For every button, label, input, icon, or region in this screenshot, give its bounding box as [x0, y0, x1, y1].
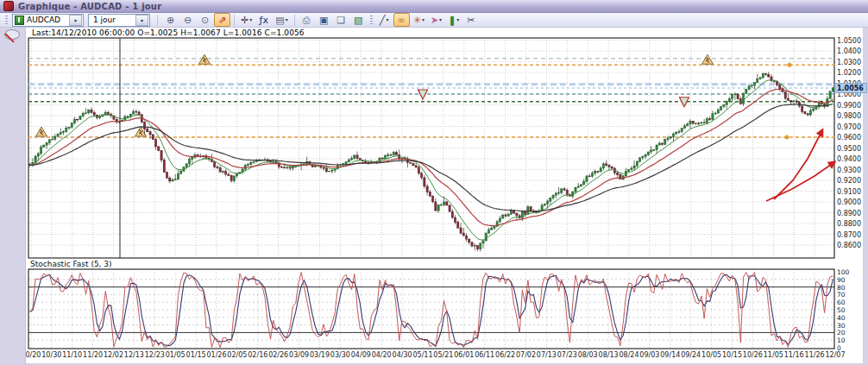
symbol-combo[interactable]: AUDCAD ▾: [12, 14, 84, 27]
link-charts-icon: ∞: [398, 16, 406, 25]
price-pointer-icon: ⇗: [218, 16, 226, 25]
svg-text:1.0400: 1.0400: [837, 47, 861, 55]
drawing-shapes-dropdown-icon[interactable]: ▾: [422, 17, 425, 22]
svg-text:08/03: 08/03: [578, 351, 598, 359]
chart-canvas[interactable]: 10/1110/2010/3011/1011/2012/0212/1312/23…: [0, 0, 868, 365]
svg-text:11/20: 11/20: [83, 351, 103, 359]
svg-text:Stochastic Fast (5, 3): Stochastic Fast (5, 3): [30, 260, 112, 268]
export-document-icon: ❏: [337, 16, 345, 25]
trendline-icon: ╱: [380, 16, 386, 25]
svg-text:1.0200: 1.0200: [837, 69, 861, 77]
crosshair-dropdown-icon[interactable]: ▾: [249, 17, 252, 22]
svg-text:08/13: 08/13: [599, 351, 619, 359]
toolbar-grip[interactable]: [5, 16, 8, 25]
svg-text:06/01: 06/01: [454, 351, 474, 359]
svg-text:0.9200: 0.9200: [837, 177, 861, 185]
candle-pattern-button[interactable]: ❚▾: [445, 13, 462, 27]
svg-text:0.9100: 0.9100: [837, 188, 861, 196]
svg-text:1.0500: 1.0500: [837, 37, 861, 45]
svg-text:80: 80: [837, 284, 846, 292]
toolbar-buttons: ⊕⊖⊙⇗✛▾ƒx▤▾⎙▣❏▧╱▾∞✳▾➤▾❚▾✂: [162, 13, 479, 27]
svg-text:0.9800: 0.9800: [837, 112, 861, 120]
svg-text:70: 70: [837, 291, 846, 299]
link-charts-button[interactable]: ∞: [393, 13, 410, 27]
svg-text:20: 20: [837, 329, 846, 337]
print-button[interactable]: ⎙: [299, 13, 315, 27]
settings-tools-icon: ✂: [467, 16, 475, 25]
svg-text:09/24: 09/24: [681, 351, 701, 359]
period-combo-arrow-icon[interactable]: ▾: [135, 15, 148, 26]
svg-text:0.9700: 0.9700: [837, 123, 861, 131]
svg-text:10: 10: [837, 337, 846, 344]
zoom-in-button[interactable]: ⊕: [162, 13, 179, 27]
svg-text:09/14: 09/14: [660, 351, 680, 359]
svg-text:08/24: 08/24: [619, 351, 638, 359]
toolbar: AUDCAD ▾ 1 jour ▾ ⊕⊖⊙⇗✛▾ƒx▤▾⎙▣❏▧╱▾∞✳▾➤▾❚…: [0, 13, 868, 28]
svg-text:0.8600: 0.8600: [837, 242, 861, 249]
svg-text:02/05: 02/05: [227, 351, 247, 359]
svg-text:12/13: 12/13: [124, 351, 144, 359]
print-icon: ⎙: [303, 16, 311, 25]
zoom-out-button[interactable]: ⊖: [179, 13, 196, 27]
svg-text:100: 100: [837, 268, 850, 276]
svg-text:0.9500: 0.9500: [837, 145, 861, 153]
snapshot-chart-button[interactable]: ▧: [350, 13, 367, 27]
trendline-dropdown-icon[interactable]: ▾: [386, 17, 388, 22]
save-button[interactable]: ▣: [316, 13, 332, 27]
svg-text:0: 0: [837, 344, 841, 352]
app-icon: [3, 1, 14, 11]
svg-text:01/05: 01/05: [166, 351, 186, 359]
settings-tools-button[interactable]: ✂: [462, 13, 479, 27]
svg-text:07/23: 07/23: [557, 351, 577, 359]
svg-text:06/11: 06/11: [475, 351, 494, 359]
svg-text:03/09: 03/09: [289, 351, 309, 359]
svg-text:1.0300: 1.0300: [837, 59, 861, 66]
zoom-auto-button[interactable]: ⊙: [197, 13, 213, 27]
indicator-window-dropdown-icon[interactable]: ▾: [286, 17, 288, 22]
pointer-wand-icon: ➤: [431, 16, 438, 25]
svg-text:01/15: 01/15: [186, 351, 206, 359]
crosshair-button[interactable]: ✛▾: [238, 13, 255, 27]
svg-text:10/05: 10/05: [701, 351, 721, 359]
pointer-wand-dropdown-icon[interactable]: ▾: [439, 17, 442, 22]
svg-text:05/21: 05/21: [433, 351, 453, 359]
zoom-out-icon: ⊖: [184, 16, 192, 25]
svg-text:04/20: 04/20: [372, 351, 392, 359]
period-value: 1 jour: [91, 16, 135, 24]
symbol-combo-arrow-icon[interactable]: ▾: [69, 15, 82, 26]
svg-text:12/07: 12/07: [825, 351, 845, 359]
svg-text:50: 50: [837, 306, 846, 314]
zoom-in-icon: ⊕: [167, 16, 174, 25]
crosshair-icon: ✛: [241, 16, 248, 25]
svg-text:0.9300: 0.9300: [837, 167, 861, 174]
indicators-fx-icon: ƒx: [260, 16, 268, 25]
last-quote-line: Last:14/12/2010 06:00:00 O=1.0025 H=1.00…: [32, 28, 305, 37]
price-pointer-button[interactable]: ⇗: [214, 13, 230, 27]
export-document-button[interactable]: ❏: [333, 13, 349, 27]
trendline-button[interactable]: ╱▾: [376, 13, 393, 27]
svg-text:0.9000: 0.9000: [837, 198, 861, 206]
svg-text:02/16: 02/16: [248, 351, 267, 359]
titlebar[interactable]: Graphique - AUDCAD - 1 jour: [0, 0, 868, 13]
snapshot-chart-icon: ▧: [354, 16, 362, 25]
svg-text:02/26: 02/26: [268, 351, 288, 359]
svg-text:10/30: 10/30: [41, 351, 61, 359]
indicator-window-button[interactable]: ▤▾: [273, 13, 290, 27]
toolbar-grip: [370, 16, 373, 25]
pointer-wand-button[interactable]: ➤▾: [428, 13, 444, 27]
toolbar-separator: [234, 15, 235, 26]
indicators-fx-button[interactable]: ƒx: [255, 13, 272, 27]
svg-text:12/02: 12/02: [104, 351, 123, 359]
period-combo[interactable]: 1 jour ▾: [88, 14, 150, 27]
svg-text:0.8900: 0.8900: [837, 210, 861, 217]
svg-text:10/15: 10/15: [722, 351, 742, 359]
drawing-shapes-icon: ✳: [413, 16, 421, 25]
svg-text:11/05: 11/05: [764, 351, 783, 359]
svg-text:09/03: 09/03: [639, 351, 659, 359]
candle-pattern-icon: ❚: [448, 16, 456, 25]
watch-eye-icon[interactable]: [4, 29, 20, 40]
left-panel-strip: [0, 27, 26, 365]
candle-pattern-dropdown-icon[interactable]: ▾: [456, 17, 459, 22]
toolbar-separator: [294, 15, 295, 26]
drawing-shapes-button[interactable]: ✳▾: [411, 13, 427, 27]
